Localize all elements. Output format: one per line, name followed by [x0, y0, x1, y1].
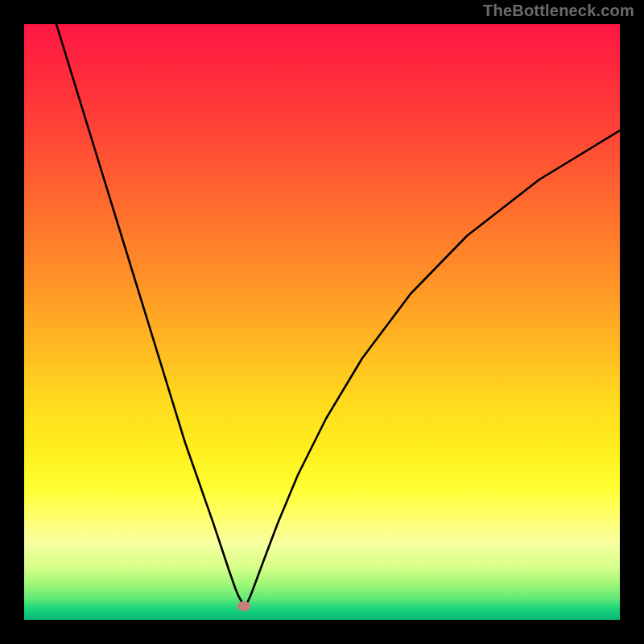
plot-area: [24, 24, 620, 620]
chart-frame: TheBottleneck.com: [0, 0, 644, 644]
bottleneck-curve: [24, 24, 620, 620]
watermark-text: TheBottleneck.com: [483, 2, 634, 20]
vertex-marker: [237, 601, 251, 611]
